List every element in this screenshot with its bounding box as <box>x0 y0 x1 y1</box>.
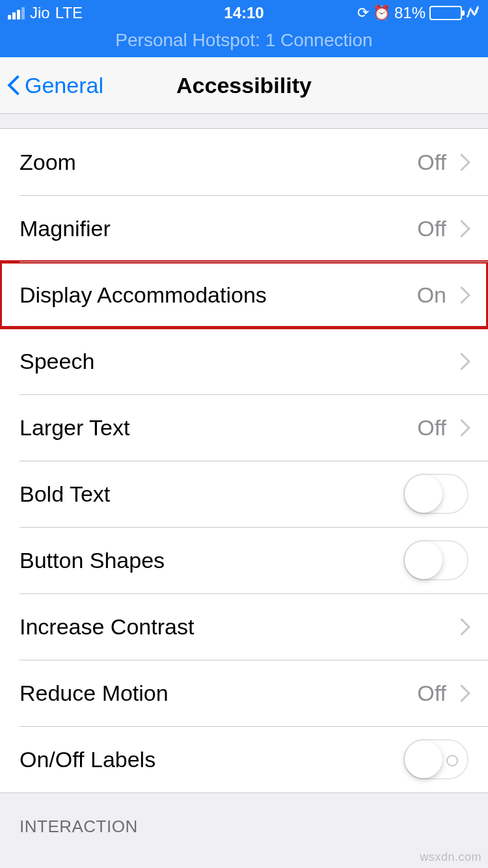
spacer <box>0 114 488 128</box>
chevron-right-icon <box>458 418 468 437</box>
battery-pct: 81% <box>394 4 426 22</box>
chevron-right-icon <box>458 684 468 702</box>
row-value: On <box>417 282 446 308</box>
chevron-right-icon <box>458 153 468 171</box>
row-value: Off <box>417 216 446 241</box>
network-label: LTE <box>55 4 83 22</box>
row-increase-contrast[interactable]: Increase Contrast <box>0 593 488 660</box>
content: Zoom Off Magnifier Off Display Accommoda… <box>0 114 488 843</box>
section-header-interaction: INTERACTION <box>0 793 488 843</box>
signal-icon <box>8 7 25 20</box>
onoff-labels-toggle[interactable] <box>403 739 468 780</box>
vision-group: Zoom Off Magnifier Off Display Accommoda… <box>0 128 488 793</box>
row-label: Magnifier <box>20 216 417 241</box>
hotspot-bar[interactable]: Personal Hotspot: 1 Connection <box>0 26 488 57</box>
row-display-accommodations[interactable]: Display Accommodations On <box>0 262 488 328</box>
row-label: Bold Text <box>20 481 403 507</box>
row-label: Display Accommodations <box>20 282 417 308</box>
status-bar: Jio LTE 14:10 ⟳ ⏰ 81% 🗲 <box>0 0 488 26</box>
chevron-right-icon <box>458 617 468 636</box>
carrier-label: Jio <box>30 4 50 22</box>
chevron-right-icon <box>458 286 468 304</box>
row-label: Zoom <box>20 150 417 175</box>
chevron-right-icon <box>458 352 468 370</box>
status-left: Jio LTE <box>8 4 83 22</box>
row-label: Increase Contrast <box>20 614 458 640</box>
orientation-lock-icon: ⟳ <box>357 5 369 21</box>
back-label: General <box>25 73 103 98</box>
charging-icon: 🗲 <box>466 5 480 21</box>
chevron-left-icon <box>7 72 22 98</box>
row-label: Reduce Motion <box>20 681 417 706</box>
bold-text-toggle[interactable] <box>403 474 468 514</box>
row-label: Speech <box>20 349 458 374</box>
row-value: Off <box>417 150 446 175</box>
row-label: On/Off Labels <box>20 747 403 772</box>
back-button[interactable]: General <box>0 72 103 98</box>
watermark: wsxdn.com <box>420 850 481 864</box>
row-bold-text[interactable]: Bold Text <box>0 461 488 527</box>
status-right: ⟳ ⏰ 81% 🗲 <box>357 4 480 22</box>
alarm-icon: ⏰ <box>373 5 390 21</box>
row-speech[interactable]: Speech <box>0 328 488 394</box>
row-value: Off <box>417 415 446 441</box>
row-magnifier[interactable]: Magnifier Off <box>0 195 488 262</box>
row-label: Button Shapes <box>20 548 403 573</box>
chevron-right-icon <box>458 219 468 237</box>
row-larger-text[interactable]: Larger Text Off <box>0 394 488 461</box>
button-shapes-toggle[interactable] <box>403 540 468 580</box>
row-label: Larger Text <box>20 415 417 441</box>
row-button-shapes[interactable]: Button Shapes <box>0 527 488 593</box>
nav-bar: General Accessibility <box>0 57 488 114</box>
battery-icon <box>429 6 462 20</box>
row-reduce-motion[interactable]: Reduce Motion Off <box>0 660 488 726</box>
row-onoff-labels[interactable]: On/Off Labels <box>0 726 488 793</box>
row-value: Off <box>417 681 446 706</box>
row-zoom[interactable]: Zoom Off <box>0 129 488 195</box>
